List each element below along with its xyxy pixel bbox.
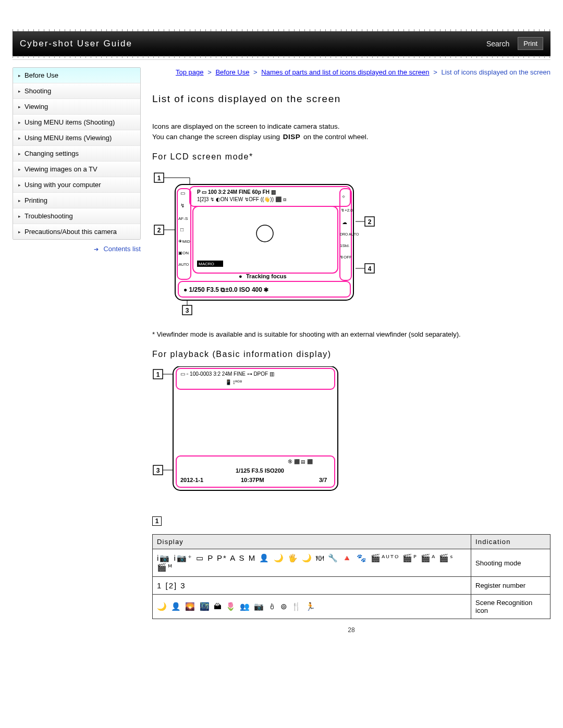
sidebar-item-shooting[interactable]: ▸ Shooting bbox=[13, 83, 140, 99]
callout-2: 2 bbox=[157, 227, 161, 234]
chevron-right-icon: ▸ bbox=[18, 167, 21, 172]
sidebar-item-troubleshooting[interactable]: ▸ Troubleshooting bbox=[13, 208, 140, 224]
indication-cell: Scene Recognition icon bbox=[471, 595, 550, 619]
indication-cell: Register number bbox=[471, 577, 550, 595]
sidebar-item-label: Shooting bbox=[25, 87, 51, 95]
sidebar-item-precautions[interactable]: ▸ Precautions/About this camera bbox=[13, 224, 140, 239]
pb-date: 2012-1-1 bbox=[180, 477, 203, 483]
intro-line-2b: on the control wheel. bbox=[303, 133, 369, 141]
intro-paragraph: Icons are displayed on the screen to ind… bbox=[152, 121, 550, 143]
lcd-left-0: ▭ bbox=[180, 190, 185, 196]
search-link[interactable]: Search bbox=[486, 40, 509, 48]
callout-4: 4 bbox=[368, 265, 372, 273]
lcd-bottom-row: ● 1/250 F3.5 ⧉±0.0 ISO 400 ✱ bbox=[183, 286, 268, 293]
section-playback-heading: For playback (Basic information display) bbox=[152, 350, 550, 359]
intro-line-2a: You can change the screen display using bbox=[152, 133, 280, 141]
breadcrumb-sep: > bbox=[433, 68, 437, 76]
breadcrumb-link[interactable]: Top page bbox=[176, 68, 204, 76]
th-display: Display bbox=[153, 535, 471, 549]
section-callout-1: 1 bbox=[152, 516, 162, 526]
lcd-right-2: ☁ bbox=[342, 219, 347, 225]
breadcrumb-current: List of icons displayed on the screen bbox=[441, 68, 550, 76]
sidebar-item-label: Precautions/About this camera bbox=[25, 228, 117, 236]
sidebar-item-label: Viewing bbox=[25, 103, 48, 110]
sidebar: ▸ Before Use ▸ Shooting ▸ Viewing ▸ Usin… bbox=[13, 67, 141, 253]
sidebar-item-changing-settings[interactable]: ▸ Changing settings bbox=[13, 146, 140, 162]
sidebar-item-before-use[interactable]: ▸ Before Use bbox=[13, 68, 140, 83]
lcd-right-0: ⟐ bbox=[342, 193, 345, 199]
display-icons-cell: 🌙 👤 🌄 🌃 🏔 🌷 👥 📷 🕯 ⊚ 🍴 🏃 bbox=[153, 595, 471, 619]
header-bar: Cyber-shot User Guide Search Print bbox=[13, 31, 550, 56]
disp-icon: DISP bbox=[282, 132, 302, 143]
viewfinder-footnote: * Viewfinder mode is available and is su… bbox=[152, 330, 550, 338]
sidebar-item-label: Using MENU items (Shooting) bbox=[25, 118, 115, 126]
lcd-left-3: □ bbox=[180, 227, 183, 232]
chevron-right-icon: ▸ bbox=[18, 229, 21, 235]
table-row: 1 [2] 3 Register number bbox=[153, 577, 550, 595]
lcd-right-1: ↯+2.0 bbox=[341, 208, 353, 213]
lcd-left-6: ᵢAUTO bbox=[178, 263, 189, 266]
header-decoration-bottom bbox=[13, 56, 550, 58]
sidebar-item-menu-shooting[interactable]: ▸ Using MENU items (Shooting) bbox=[13, 115, 140, 130]
breadcrumb: Top page > Before Use > Names of parts a… bbox=[152, 67, 550, 78]
svg-text:●: ● bbox=[239, 273, 242, 279]
header-divider bbox=[13, 59, 550, 60]
sidebar-item-menu-viewing[interactable]: ▸ Using MENU items (Viewing) bbox=[13, 130, 140, 146]
print-button[interactable]: Print bbox=[518, 37, 543, 50]
indication-cell: Shooting mode bbox=[471, 549, 550, 577]
breadcrumb-sep: > bbox=[253, 68, 258, 76]
sidebar-item-label: Troubleshooting bbox=[25, 212, 73, 220]
macro-label: MACRO bbox=[199, 262, 214, 266]
display-icons-cell: 1 [2] 3 bbox=[153, 577, 471, 595]
lcd-diagram: 1 2 3 2 4 bbox=[152, 169, 550, 320]
lcd-right-4: 1Std. bbox=[340, 243, 350, 248]
contents-list-link[interactable]: Contents list bbox=[103, 245, 141, 253]
chevron-right-icon: ▸ bbox=[18, 104, 21, 109]
header-title: Cyber-shot User Guide bbox=[20, 39, 486, 49]
sidebar-item-label: Using MENU items (Viewing) bbox=[25, 134, 112, 142]
lcd-left-1: ↯ bbox=[180, 203, 185, 208]
sidebar-item-label: Changing settings bbox=[25, 150, 79, 157]
chevron-right-icon: ▸ bbox=[18, 214, 21, 219]
pb-count: 3/7 bbox=[319, 477, 327, 483]
sidebar-item-computer[interactable]: ▸ Using with your computer bbox=[13, 177, 140, 193]
arrow-right-icon: ➔ bbox=[94, 246, 99, 252]
chevron-right-icon: ▸ bbox=[18, 182, 21, 188]
pb-top-row: ▭ ▫ 100-0003 3:2 24M FINE ⊶ DPOF ▥ bbox=[180, 371, 274, 377]
playback-diagram-svg: 1 3 ▭ ▫ 100-0003 3:2 24M FINE bbox=[152, 366, 361, 497]
chevron-right-icon: ▸ bbox=[18, 89, 21, 94]
lcd-right-3: DRO AUTO bbox=[340, 232, 359, 236]
intro-line-1: Icons are displayed on the screen to ind… bbox=[152, 122, 339, 130]
callout-pb-1: 1 bbox=[156, 371, 160, 378]
sidebar-item-viewing-tv[interactable]: ▸ Viewing images on a TV bbox=[13, 162, 140, 177]
display-icons-cell: i📷 i📷⁺ ▭ P P* A S M 👤 🌙 🖐 🌙 🍽 🔧 🔺 🐾 🎬ᴬᵁᵀ… bbox=[153, 549, 471, 577]
sidebar-nav: ▸ Before Use ▸ Shooting ▸ Viewing ▸ Usin… bbox=[13, 67, 141, 240]
sidebar-item-label: Using with your computer bbox=[25, 181, 101, 189]
sidebar-item-printing[interactable]: ▸ Printing bbox=[13, 193, 140, 208]
chevron-right-icon: ▸ bbox=[18, 135, 21, 141]
chevron-right-icon: ▸ bbox=[18, 120, 21, 125]
breadcrumb-link[interactable]: Names of parts and list of icons display… bbox=[261, 68, 429, 76]
chevron-right-icon: ▸ bbox=[18, 198, 21, 203]
page-title: List of icons displayed on the screen bbox=[152, 93, 550, 105]
lcd-diagram-svg: 1 2 3 2 4 bbox=[152, 169, 376, 320]
section-lcd-heading: For LCD screen mode* bbox=[152, 152, 550, 162]
chevron-right-icon: ▸ bbox=[18, 151, 21, 156]
playback-diagram: 1 3 ▭ ▫ 100-0003 3:2 24M FINE bbox=[152, 366, 550, 497]
breadcrumb-sep: > bbox=[207, 68, 212, 76]
breadcrumb-link[interactable]: Before Use bbox=[215, 68, 249, 76]
tracking-focus: Tracking focus bbox=[246, 273, 287, 279]
callout-3: 3 bbox=[186, 307, 189, 314]
sidebar-item-viewing[interactable]: ▸ Viewing bbox=[13, 99, 140, 115]
header-decoration-top bbox=[13, 29, 550, 31]
lcd-left-4: 👁MID bbox=[178, 239, 190, 244]
pb-line1: 1/125 F3.5 ISO200 bbox=[236, 467, 284, 474]
sidebar-item-label: Viewing images on a TV bbox=[25, 165, 97, 173]
table-row: 🌙 👤 🌄 🌃 🏔 🌷 👥 📷 🕯 ⊚ 🍴 🏃 Scene Recognitio… bbox=[153, 595, 550, 619]
main-content: Top page > Before Use > Names of parts a… bbox=[152, 67, 550, 634]
th-indication: Indication bbox=[471, 535, 550, 549]
lcd-top-row2: 1[2]3 ↯ ◐ON VIEW ↯OFF ((👋)) ⬛ ⧈ bbox=[197, 196, 286, 203]
chevron-right-icon: ▸ bbox=[18, 73, 21, 78]
lcd-left-2: AF-S bbox=[178, 216, 188, 221]
pb-time: 10:37PM bbox=[241, 477, 264, 483]
